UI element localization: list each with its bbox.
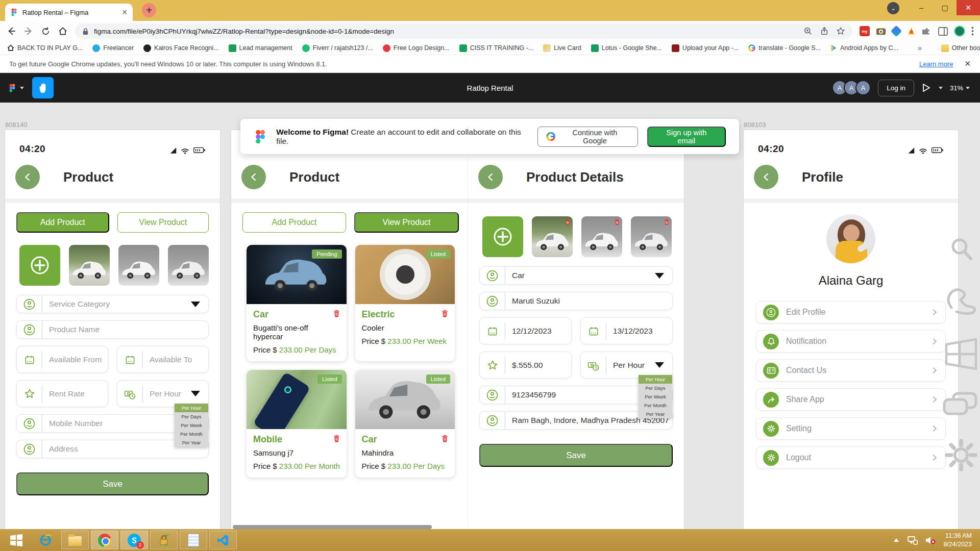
taskbar-clock[interactable]: 11:36 AM 8/24/2023 [943,532,972,549]
new-tab-button[interactable]: + [142,3,156,17]
present-chevron-icon[interactable] [939,87,943,89]
product-thumbnail[interactable] [118,245,159,286]
available-from-input[interactable]: 12/12/2023 [479,317,572,344]
other-bookmarks[interactable]: Other bookmarks [941,44,980,52]
taskbar-file-explorer[interactable] [61,531,89,549]
continue-google-button[interactable]: Continue with Google [537,127,638,147]
dropdown-option[interactable]: Per Month [175,430,208,438]
add-image-button[interactable] [482,216,523,257]
minimize-button[interactable]: – [910,0,933,15]
back-button[interactable] [241,165,266,189]
hand-tool-button[interactable] [32,77,54,98]
back-icon[interactable] [6,26,16,36]
product-thumbnail[interactable] [532,216,573,257]
back-button[interactable] [754,165,778,189]
browser-menu-icon[interactable] [971,27,974,36]
frame-label[interactable]: 808140 [5,121,27,129]
share-icon[interactable] [820,27,829,36]
bookmark-star-icon[interactable] [836,27,845,36]
dropdown-option[interactable]: Per Week [639,392,672,401]
taskbar-ie[interactable] [32,531,59,549]
dropdown-option[interactable]: Per Days [639,384,672,392]
maximize-button[interactable]: ▢ [933,0,957,15]
bookmark-item[interactable]: Fiverr / rajatsh123 /... [302,44,373,52]
delete-icon[interactable] [440,309,449,318]
figma-canvas[interactable]: 808140 808103 Welcome to Figma! Create a… [0,103,980,529]
add-image-button[interactable] [19,245,60,286]
horizontal-scrollbar[interactable] [233,525,432,529]
bookmark-item[interactable]: Free Logo Design... [383,44,450,52]
rocket-extension-icon[interactable] [906,27,916,36]
menu-item-setting[interactable]: Setting [756,417,946,440]
camera-extension-icon[interactable] [876,27,886,36]
product-card[interactable]: Pending Car Bugatti's one-off hypercar P… [247,245,347,361]
service-category-select[interactable]: Car [479,266,673,285]
figma-main-menu[interactable] [0,82,32,94]
notice-close-icon[interactable]: ✕ [964,59,971,68]
bookmark-item[interactable]: CISS IT TRAINING -... [459,44,534,52]
product-card[interactable]: Listed Electric Cooler Price $ 233.00 Pe… [355,245,455,361]
taskbar-chrome[interactable] [91,531,118,549]
dropdown-option[interactable]: Per Days [175,412,208,421]
zoom-control[interactable]: 31% [950,84,970,92]
rent-rate-input[interactable]: Rent Rate [16,380,108,407]
volume-muted-icon[interactable] [925,536,936,545]
forward-icon[interactable] [23,26,34,36]
product-thumbnail[interactable] [69,245,110,286]
back-button[interactable] [15,165,40,189]
dropdown-option[interactable]: Per Week [175,421,208,430]
puzzle-extension-icon[interactable] [922,27,932,36]
product-name-input[interactable]: Product Name [16,320,209,339]
back-button[interactable] [478,165,503,189]
available-to-input[interactable]: 13/12/2023 [580,317,673,344]
address-bar[interactable]: figma.com/file/eP0iy3hCPhUYrkqj7wlwZZ/Ra… [75,23,852,39]
sidepanel-icon[interactable] [938,27,948,36]
view-product-button[interactable]: View Product [117,212,209,233]
shield-extension-icon[interactable] [891,26,902,37]
menu-item-contact-us[interactable]: Contact Us [756,359,946,382]
delete-icon[interactable] [332,434,341,443]
available-to-input[interactable]: Available To [117,346,209,373]
bookmark-item[interactable]: Android Apps by C... [830,44,898,52]
menu-item-share-app[interactable]: Share App [756,388,946,411]
bookmark-item[interactable]: Live Card [543,44,581,52]
taskbar-security-app[interactable] [150,531,178,549]
login-button[interactable]: Log in [878,80,914,96]
browser-tab[interactable]: Ratlop Rental – Figma ✕ [5,4,133,21]
dropdown-option[interactable]: Per Hour [639,375,672,384]
profile-chevron-button[interactable]: ⌄ [887,2,899,14]
taskbar-notepad[interactable] [180,531,207,549]
dropdown-option[interactable]: Per Hour [175,404,208,412]
bookmark-item[interactable]: Lotus - Google She... [591,44,662,52]
frame-label[interactable]: 808103 [744,121,766,129]
menu-item-logout[interactable]: Logout [756,446,946,469]
bookmark-item[interactable]: BACK TO IN PLAY G... [7,44,83,52]
taskbar-vscode[interactable] [209,531,237,549]
taskbar-skype[interactable]: 2 [120,531,148,549]
bookmark-item[interactable]: translate - Google S... [748,44,821,52]
tab-close-icon[interactable]: ✕ [121,8,128,16]
zoom-icon[interactable] [803,27,813,36]
delete-icon[interactable] [614,218,621,226]
dropdown-option[interactable]: Per Year [639,410,672,418]
product-thumbnail[interactable] [168,245,209,286]
bookmark-item[interactable]: Freelancer [92,44,134,52]
learn-more-link[interactable]: Learn more [919,60,953,68]
network-icon[interactable] [906,536,918,545]
refresh-icon[interactable] [41,27,51,36]
dropdown-option[interactable]: Per Month [639,401,672,410]
available-from-input[interactable]: Available From [16,346,108,373]
rate-unit-select[interactable]: Per Hour Per Hour Per Days Per Week Per … [580,352,673,379]
tray-expand-icon[interactable] [893,538,899,542]
bookmark-item[interactable]: Upload your App -... [672,44,739,52]
product-card[interactable]: Listed Car Mahindra Price $ 233.00 Per D… [355,370,455,478]
signup-email-button[interactable]: Sign up with email [647,127,726,147]
add-product-button[interactable]: Add Product [16,212,109,233]
profile-avatar[interactable] [826,214,875,263]
add-product-button[interactable]: Add Product [242,212,346,233]
product-name-input[interactable]: Maruti Suzuki [479,292,673,310]
save-button[interactable]: Save [16,472,209,495]
service-category-select[interactable]: Service Category [16,295,209,313]
product-thumbnail[interactable] [631,216,672,257]
close-button[interactable]: ✕ [957,0,980,15]
